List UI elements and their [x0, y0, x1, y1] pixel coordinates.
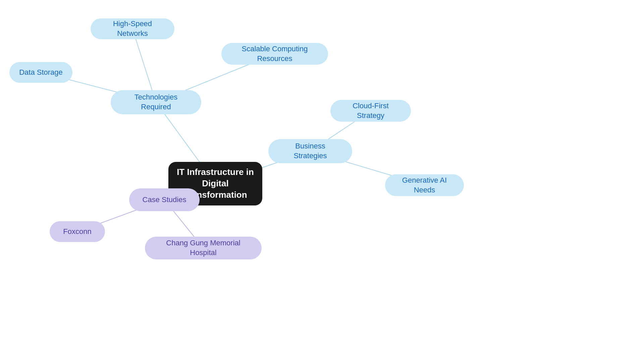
case-studies-node: Case Studies	[129, 188, 200, 211]
technologies-required-label: Technologies Required	[120, 93, 192, 112]
foxconn-node: Foxconn	[50, 221, 105, 242]
technologies-required-node: Technologies Required	[111, 90, 201, 114]
chang-gung-node: Chang Gung Memorial Hospital	[145, 237, 262, 259]
cloud-first-node: Cloud-First Strategy	[330, 100, 411, 122]
foxconn-label: Foxconn	[63, 227, 91, 237]
case-studies-label: Case Studies	[143, 195, 186, 205]
data-storage-label: Data Storage	[19, 68, 63, 77]
chang-gung-label: Chang Gung Memorial Hospital	[154, 238, 252, 257]
generative-ai-label: Generative AI Needs	[394, 176, 454, 195]
scalable-computing-label: Scalable Computing Resources	[231, 44, 319, 63]
high-speed-networks-node: High-Speed Networks	[91, 18, 174, 39]
scalable-computing-node: Scalable Computing Resources	[221, 43, 328, 65]
high-speed-networks-label: High-Speed Networks	[100, 19, 165, 38]
business-strategies-label: Business Strategies	[278, 141, 343, 161]
generative-ai-node: Generative AI Needs	[385, 174, 464, 196]
business-strategies-node: Business Strategies	[268, 139, 352, 163]
cloud-first-label: Cloud-First Strategy	[340, 101, 401, 120]
data-storage-node: Data Storage	[9, 62, 72, 83]
